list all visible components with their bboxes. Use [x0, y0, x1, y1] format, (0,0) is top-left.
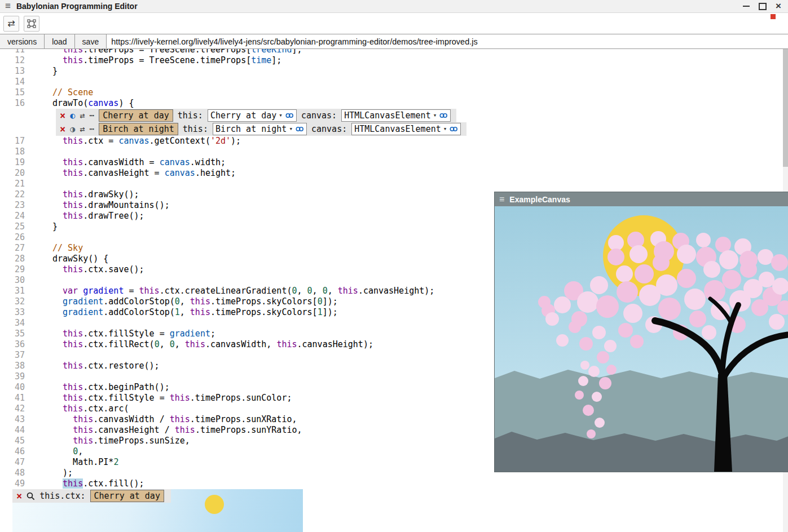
swap-icon: ⇄ — [7, 18, 15, 29]
line-number: 21 — [0, 179, 25, 189]
canvas-value-dropdown[interactable]: HTMLCanvasElement ▾ — [341, 109, 451, 122]
this-value-dropdown[interactable]: Cherry at day ▾ — [208, 109, 297, 122]
code-line[interactable]: 21 — [0, 179, 783, 189]
delete-example-icon[interactable]: × — [60, 111, 65, 121]
bounds-icon — [27, 19, 36, 28]
more-options-icon[interactable]: ⋯ — [89, 110, 94, 121]
link-icon[interactable] — [285, 112, 294, 119]
line-number: 25 — [0, 221, 25, 232]
code-line[interactable]: 12 this.timeProps = TreeScene.timeProps[… — [0, 55, 783, 66]
menu-icon[interactable]: ≡ — [5, 0, 11, 12]
window-controls: × — [743, 2, 781, 10]
example-canvas-title: ExampleCanvas — [509, 195, 570, 204]
code-line[interactable]: 49 this.ctx.fill(); — [0, 478, 783, 489]
magnifier-icon[interactable] — [27, 492, 35, 500]
example-canvas-titlebar[interactable]: ≡ ExampleCanvas — [495, 192, 788, 206]
window-titlebar: ≡ Babylonian Programming Editor × — [0, 0, 788, 13]
line-number: 27 — [0, 243, 25, 254]
minimize-icon[interactable] — [743, 6, 750, 7]
example-name-field[interactable]: Birch at night — [99, 123, 178, 135]
code-line[interactable]: 15// Scene — [0, 87, 783, 98]
dropdown-value: Birch at night — [215, 123, 287, 135]
dropdown-value: HTMLCanvasElement — [344, 110, 431, 121]
editor-toolbar: ⇄ — [0, 13, 788, 34]
line-number: 16 — [0, 98, 25, 109]
url-input[interactable]: https://lively-kernel.org/lively4/lively… — [107, 34, 788, 48]
halo-bounds-button[interactable] — [24, 16, 39, 32]
example-row-cherry: × ◐ ⇄ ⋯ Cherry at day this: Cherry at da… — [56, 109, 456, 122]
code-line[interactable]: 18 — [0, 147, 783, 157]
line-number: 20 — [0, 168, 25, 179]
line-number: 37 — [0, 350, 25, 361]
line-number: 28 — [0, 254, 25, 264]
line-number: 15 — [0, 87, 25, 98]
save-button[interactable]: save — [75, 34, 107, 48]
menu-icon[interactable]: ≡ — [499, 194, 504, 205]
this-value-dropdown[interactable]: Birch at night ▾ — [213, 123, 307, 135]
line-number: 18 — [0, 147, 25, 157]
line-number: 48 — [0, 468, 25, 478]
line-number: 38 — [0, 361, 25, 371]
code-line[interactable]: 20 this.canvasHeight = canvas.height; — [0, 168, 783, 179]
line-number: 35 — [0, 329, 25, 339]
probe-example-name[interactable]: Cherry at day — [90, 490, 164, 502]
line-number: 22 — [0, 189, 25, 200]
line-number: 39 — [0, 371, 25, 382]
chevron-down-icon: ▾ — [433, 110, 437, 121]
chevron-down-icon: ▾ — [279, 110, 283, 121]
link-icon[interactable] — [295, 126, 304, 132]
line-number: 40 — [0, 382, 25, 393]
param-label-this: this: — [178, 110, 203, 121]
example-toggle-icon[interactable]: ◑ — [70, 124, 75, 134]
line-number: 47 — [0, 457, 25, 468]
example-annotations: × ◐ ⇄ ⋯ Cherry at day this: Cherry at da… — [56, 109, 783, 136]
example-toggle-icon[interactable]: ◐ — [70, 110, 75, 121]
link-icon[interactable] — [439, 112, 448, 119]
line-number: 30 — [0, 275, 25, 286]
more-options-icon[interactable]: ⋯ — [89, 124, 94, 134]
param-label-canvas: canvas: — [301, 110, 337, 121]
example-canvas-body — [495, 206, 788, 472]
code-line[interactable]: 16drawTo(canvas) { — [0, 98, 783, 109]
probe-expression-label: this.ctx: — [39, 491, 85, 501]
line-number: 44 — [0, 425, 25, 436]
line-number: 12 — [0, 55, 25, 66]
line-number: 42 — [0, 404, 25, 414]
line-number: 19 — [0, 157, 25, 168]
line-number: 29 — [0, 264, 25, 275]
probe-widget: × this.ctx: Cherry at day — [12, 489, 303, 532]
url-bar: versions load save https://lively-kernel… — [0, 34, 788, 49]
code-line[interactable]: 13} — [0, 66, 783, 77]
switch-example-icon[interactable]: ⇄ — [80, 110, 85, 121]
scrollbar-thumb[interactable] — [783, 48, 788, 167]
line-number: 32 — [0, 296, 25, 307]
code-line[interactable]: 11 this.treeProps = TreeScene.treeProps[… — [0, 48, 783, 55]
line-number: 36 — [0, 339, 25, 350]
versions-button[interactable]: versions — [0, 34, 45, 48]
line-number: 24 — [0, 211, 25, 221]
unsaved-indicator — [771, 14, 776, 19]
delete-probe-icon[interactable]: × — [16, 491, 22, 501]
example-name-field[interactable]: Cherry at day — [99, 109, 173, 122]
example-canvas-window[interactable]: ≡ ExampleCanvas — [494, 192, 788, 472]
code-line[interactable]: 17 this.ctx = canvas.getContext('2d'); — [0, 136, 783, 147]
chevron-down-icon: ▾ — [443, 123, 447, 135]
switch-example-icon[interactable]: ⇄ — [80, 124, 85, 134]
close-icon[interactable]: × — [776, 2, 781, 10]
maximize-icon[interactable] — [759, 3, 767, 10]
param-label-this: this: — [183, 124, 208, 134]
dropdown-value: Cherry at day — [210, 110, 276, 121]
swap-button[interactable]: ⇄ — [3, 16, 19, 32]
param-label-canvas: canvas: — [311, 124, 347, 134]
canvas-value-dropdown[interactable]: HTMLCanvasElement ▾ — [351, 123, 461, 135]
window-title: Babylonian Programming Editor — [16, 2, 138, 11]
line-number: 41 — [0, 393, 25, 404]
line-number: 49 — [0, 478, 25, 489]
load-button[interactable]: load — [45, 34, 74, 48]
line-number: 34 — [0, 318, 25, 329]
link-icon[interactable] — [449, 126, 458, 132]
code-line[interactable]: 19 this.canvasWidth = canvas.width; — [0, 157, 783, 168]
code-line[interactable]: 14 — [0, 77, 783, 87]
delete-example-icon[interactable]: × — [60, 125, 65, 134]
line-number: 14 — [0, 77, 25, 87]
